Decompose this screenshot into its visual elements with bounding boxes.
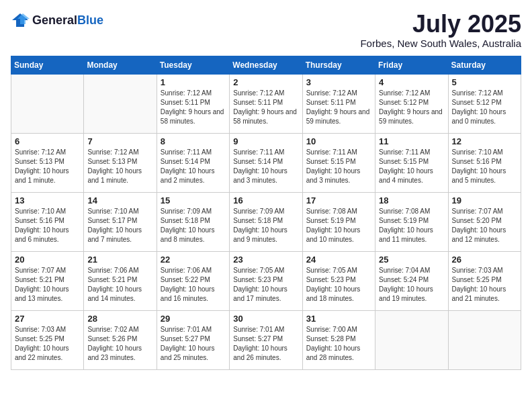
table-row: 20Sunrise: 7:07 AM Sunset: 5:21 PM Dayli… bbox=[11, 251, 84, 310]
day-info: Sunrise: 7:08 AM Sunset: 5:19 PM Dayligh… bbox=[306, 207, 371, 244]
table-row: 14Sunrise: 7:10 AM Sunset: 5:17 PM Dayli… bbox=[84, 192, 157, 251]
day-number: 1 bbox=[161, 77, 226, 87]
day-number: 14 bbox=[87, 195, 152, 205]
day-number: 28 bbox=[87, 314, 152, 324]
day-number: 12 bbox=[452, 136, 517, 146]
table-row: 7Sunrise: 7:12 AM Sunset: 5:13 PM Daylig… bbox=[84, 133, 157, 192]
table-row bbox=[11, 74, 84, 133]
day-number: 18 bbox=[379, 195, 444, 205]
table-row: 18Sunrise: 7:08 AM Sunset: 5:19 PM Dayli… bbox=[375, 192, 448, 251]
day-info: Sunrise: 7:10 AM Sunset: 5:16 PM Dayligh… bbox=[452, 148, 517, 185]
day-info: Sunrise: 7:08 AM Sunset: 5:19 PM Dayligh… bbox=[379, 207, 444, 244]
day-info: Sunrise: 7:03 AM Sunset: 5:25 PM Dayligh… bbox=[15, 325, 80, 363]
table-row: 30Sunrise: 7:01 AM Sunset: 5:27 PM Dayli… bbox=[230, 310, 302, 369]
day-info: Sunrise: 7:10 AM Sunset: 5:17 PM Dayligh… bbox=[87, 207, 152, 244]
day-number: 21 bbox=[87, 255, 152, 265]
table-row: 17Sunrise: 7:08 AM Sunset: 5:19 PM Dayli… bbox=[302, 192, 375, 251]
day-number: 23 bbox=[233, 255, 298, 265]
day-info: Sunrise: 7:05 AM Sunset: 5:23 PM Dayligh… bbox=[306, 266, 371, 304]
day-info: Sunrise: 7:06 AM Sunset: 5:21 PM Dayligh… bbox=[87, 266, 152, 304]
table-row: 3Sunrise: 7:12 AM Sunset: 5:11 PM Daylig… bbox=[302, 74, 375, 133]
day-info: Sunrise: 7:01 AM Sunset: 5:27 PM Dayligh… bbox=[161, 325, 226, 363]
table-row bbox=[375, 310, 448, 369]
table-row: 8Sunrise: 7:11 AM Sunset: 5:14 PM Daylig… bbox=[157, 133, 229, 192]
day-info: Sunrise: 7:11 AM Sunset: 5:14 PM Dayligh… bbox=[161, 148, 226, 185]
calendar-week-row: 6Sunrise: 7:12 AM Sunset: 5:13 PM Daylig… bbox=[11, 133, 521, 192]
day-number: 31 bbox=[306, 314, 371, 324]
day-info: Sunrise: 7:11 AM Sunset: 5:15 PM Dayligh… bbox=[306, 148, 371, 185]
day-number: 5 bbox=[452, 77, 517, 87]
day-number: 11 bbox=[379, 136, 444, 146]
page-header: GeneralBlue July 2025 Forbes, New South … bbox=[11, 11, 521, 49]
logo-blue: Blue bbox=[77, 13, 103, 27]
day-info: Sunrise: 7:02 AM Sunset: 5:26 PM Dayligh… bbox=[87, 325, 152, 363]
day-info: Sunrise: 7:12 AM Sunset: 5:11 PM Dayligh… bbox=[233, 89, 298, 126]
table-row bbox=[84, 74, 157, 133]
day-info: Sunrise: 7:03 AM Sunset: 5:25 PM Dayligh… bbox=[452, 266, 517, 304]
logo-general: General bbox=[32, 13, 77, 27]
month-year-title: July 2025 bbox=[360, 11, 521, 38]
day-info: Sunrise: 7:09 AM Sunset: 5:18 PM Dayligh… bbox=[233, 207, 298, 244]
day-number: 24 bbox=[306, 255, 371, 265]
day-number: 13 bbox=[15, 195, 80, 205]
logo-icon bbox=[11, 11, 30, 30]
table-row: 25Sunrise: 7:04 AM Sunset: 5:24 PM Dayli… bbox=[375, 251, 448, 310]
day-number: 6 bbox=[15, 136, 80, 146]
day-number: 7 bbox=[87, 136, 152, 146]
day-info: Sunrise: 7:05 AM Sunset: 5:23 PM Dayligh… bbox=[233, 266, 298, 304]
calendar-table: Sunday Monday Tuesday Wednesday Thursday… bbox=[11, 56, 521, 370]
table-row: 21Sunrise: 7:06 AM Sunset: 5:21 PM Dayli… bbox=[84, 251, 157, 310]
table-row: 19Sunrise: 7:07 AM Sunset: 5:20 PM Dayli… bbox=[448, 192, 521, 251]
day-number: 27 bbox=[15, 314, 80, 324]
logo-text: GeneralBlue bbox=[32, 13, 103, 28]
col-tuesday: Tuesday bbox=[157, 56, 229, 74]
logo: GeneralBlue bbox=[11, 11, 103, 30]
title-block: July 2025 Forbes, New South Wales, Austr… bbox=[360, 11, 521, 49]
calendar-week-row: 27Sunrise: 7:03 AM Sunset: 5:25 PM Dayli… bbox=[11, 310, 521, 369]
day-number: 22 bbox=[161, 255, 226, 265]
day-info: Sunrise: 7:09 AM Sunset: 5:18 PM Dayligh… bbox=[161, 207, 226, 244]
location-title: Forbes, New South Wales, Australia bbox=[360, 38, 521, 49]
table-row: 11Sunrise: 7:11 AM Sunset: 5:15 PM Dayli… bbox=[375, 133, 448, 192]
day-info: Sunrise: 7:12 AM Sunset: 5:12 PM Dayligh… bbox=[452, 89, 517, 126]
day-info: Sunrise: 7:12 AM Sunset: 5:11 PM Dayligh… bbox=[161, 89, 226, 126]
table-row: 6Sunrise: 7:12 AM Sunset: 5:13 PM Daylig… bbox=[11, 133, 84, 192]
day-info: Sunrise: 7:06 AM Sunset: 5:22 PM Dayligh… bbox=[161, 266, 226, 304]
table-row: 31Sunrise: 7:00 AM Sunset: 5:28 PM Dayli… bbox=[302, 310, 375, 369]
day-number: 8 bbox=[161, 136, 226, 146]
calendar-week-row: 13Sunrise: 7:10 AM Sunset: 5:16 PM Dayli… bbox=[11, 192, 521, 251]
table-row: 9Sunrise: 7:11 AM Sunset: 5:14 PM Daylig… bbox=[230, 133, 302, 192]
table-row: 16Sunrise: 7:09 AM Sunset: 5:18 PM Dayli… bbox=[230, 192, 302, 251]
col-monday: Monday bbox=[84, 56, 157, 74]
day-number: 20 bbox=[15, 255, 80, 265]
day-info: Sunrise: 7:12 AM Sunset: 5:12 PM Dayligh… bbox=[379, 89, 444, 126]
day-number: 16 bbox=[233, 195, 298, 205]
table-row: 2Sunrise: 7:12 AM Sunset: 5:11 PM Daylig… bbox=[230, 74, 302, 133]
day-info: Sunrise: 7:11 AM Sunset: 5:15 PM Dayligh… bbox=[379, 148, 444, 185]
table-row: 29Sunrise: 7:01 AM Sunset: 5:27 PM Dayli… bbox=[157, 310, 229, 369]
day-info: Sunrise: 7:07 AM Sunset: 5:21 PM Dayligh… bbox=[15, 266, 80, 304]
day-info: Sunrise: 7:11 AM Sunset: 5:14 PM Dayligh… bbox=[233, 148, 298, 185]
day-number: 10 bbox=[306, 136, 371, 146]
day-info: Sunrise: 7:00 AM Sunset: 5:28 PM Dayligh… bbox=[306, 325, 371, 363]
table-row: 27Sunrise: 7:03 AM Sunset: 5:25 PM Dayli… bbox=[11, 310, 84, 369]
calendar-header-row: Sunday Monday Tuesday Wednesday Thursday… bbox=[11, 56, 521, 74]
table-row: 1Sunrise: 7:12 AM Sunset: 5:11 PM Daylig… bbox=[157, 74, 229, 133]
col-thursday: Thursday bbox=[302, 56, 375, 74]
day-info: Sunrise: 7:10 AM Sunset: 5:16 PM Dayligh… bbox=[15, 207, 80, 244]
day-info: Sunrise: 7:07 AM Sunset: 5:20 PM Dayligh… bbox=[452, 207, 517, 244]
calendar-week-row: 20Sunrise: 7:07 AM Sunset: 5:21 PM Dayli… bbox=[11, 251, 521, 310]
day-number: 2 bbox=[233, 77, 298, 87]
table-row: 26Sunrise: 7:03 AM Sunset: 5:25 PM Dayli… bbox=[448, 251, 521, 310]
col-wednesday: Wednesday bbox=[230, 56, 302, 74]
day-info: Sunrise: 7:12 AM Sunset: 5:13 PM Dayligh… bbox=[15, 148, 80, 185]
day-number: 3 bbox=[306, 77, 371, 87]
day-number: 9 bbox=[233, 136, 298, 146]
day-number: 4 bbox=[379, 77, 444, 87]
day-number: 26 bbox=[452, 255, 517, 265]
day-number: 15 bbox=[161, 195, 226, 205]
table-row: 23Sunrise: 7:05 AM Sunset: 5:23 PM Dayli… bbox=[230, 251, 302, 310]
col-sunday: Sunday bbox=[11, 56, 84, 74]
table-row bbox=[448, 310, 521, 369]
day-number: 17 bbox=[306, 195, 371, 205]
